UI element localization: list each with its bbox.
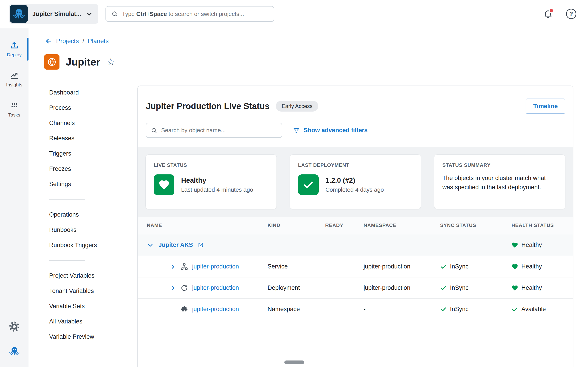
sync-label: InSync [450, 263, 469, 270]
objects-table: NAME KIND READY NAMESPACE SYNC STATUS HE… [138, 217, 573, 320]
card-label: LIVE STATUS [154, 162, 268, 168]
health-cell: Healthy [512, 284, 573, 291]
object-link[interactable]: jupiter-production [192, 306, 239, 313]
chevron-down-icon[interactable] [147, 242, 154, 249]
gear-icon [8, 321, 20, 333]
notifications-button[interactable] [543, 9, 553, 19]
health-cell: Healthy [512, 242, 573, 249]
object-link[interactable]: jupiter-production [192, 263, 239, 270]
filters-link-label: Show advanced filters [304, 127, 368, 134]
panel-header: Jupiter Production Live Status Early Acc… [138, 86, 573, 114]
page-title: Jupiter [66, 56, 100, 68]
horizontal-scrollbar-thumb[interactable] [284, 360, 304, 364]
filter-funnel-icon [293, 127, 300, 134]
breadcrumb-planets[interactable]: Planets [88, 37, 109, 45]
chevron-placeholder [169, 306, 176, 313]
nav-divider [49, 260, 85, 261]
sync-label: InSync [450, 284, 469, 291]
check-icon [440, 263, 447, 270]
live-status-subtext: Last updated 4 minutes ago [181, 186, 253, 193]
chevron-right-icon[interactable] [169, 263, 176, 270]
back-arrow-icon[interactable] [45, 37, 52, 45]
table-row-cluster-group[interactable]: Jupiter AKS Healthy [138, 234, 573, 256]
octopus-avatar[interactable] [8, 345, 20, 357]
topbar: Jupiter Simulat... Type Ctrl+Space to se… [0, 0, 588, 28]
nav-item-freezes[interactable]: Freezes [49, 161, 119, 176]
summary-cards: LIVE STATUS Healthy Last updated 4 minut… [138, 147, 573, 217]
health-label: Healthy [521, 263, 542, 270]
status-summary-text: The objects in your cluster match what w… [442, 174, 557, 192]
nav-item-channels[interactable]: Channels [49, 115, 119, 131]
rail-item-deploy[interactable]: Deploy [0, 37, 28, 61]
search-icon [111, 10, 118, 17]
rail-item-tasks[interactable]: Tasks [0, 97, 28, 122]
breadcrumb-projects[interactable]: Projects [56, 37, 79, 45]
panel-title: Jupiter Production Live Status [146, 101, 270, 112]
nav-item-variable-sets[interactable]: Variable Sets [49, 299, 119, 314]
heart-icon [512, 285, 518, 291]
global-search[interactable]: Type Ctrl+Space to search or switch proj… [106, 6, 274, 22]
col-sync-status: SYNC STATUS [440, 222, 512, 228]
namespace-cell: jupiter-production [364, 263, 440, 270]
deployment-icon [181, 284, 188, 292]
nav-item-runbooks[interactable]: Runbooks [49, 222, 119, 237]
card-label: LAST DEPLOYMENT [298, 162, 413, 168]
table-row-service[interactable]: jupiter-production Service jupiter-produ… [138, 256, 573, 277]
external-link-icon[interactable] [198, 242, 204, 248]
rail-item-insights[interactable]: Insights [0, 67, 28, 92]
rail-label-tasks: Tasks [8, 112, 20, 118]
table-row-deployment[interactable]: jupiter-production Deployment jupiter-pr… [138, 277, 573, 298]
last-deployment-value: 1.2.0 (#2) [325, 176, 384, 184]
sync-cell: InSync [440, 306, 512, 313]
nav-item-operations[interactable]: Operations [49, 207, 119, 222]
insights-icon [10, 71, 19, 80]
nav-item-tenant-variables[interactable]: Tenant Variables [49, 283, 119, 299]
object-search-input[interactable] [161, 127, 277, 134]
breadcrumb-separator: / [82, 37, 84, 45]
table-row-namespace[interactable]: jupiter-production Namespace - InSync Av… [138, 298, 573, 320]
topbar-actions: ? [543, 9, 576, 19]
project-title-row: Jupiter ☆ [44, 54, 115, 70]
success-check-icon [298, 175, 319, 195]
nav-item-project-variables[interactable]: Project Variables [49, 268, 119, 283]
octopus-app: Jupiter Simulat... Type Ctrl+Space to se… [0, 0, 588, 367]
settings-gear-button[interactable] [8, 321, 20, 333]
rail-bottom [8, 321, 20, 367]
health-label: Available [521, 306, 546, 313]
nav-item-dashboard[interactable]: Dashboard [49, 85, 119, 100]
health-cell: Healthy [512, 263, 573, 270]
health-cell: Available [512, 306, 573, 313]
live-status-value: Healthy [181, 176, 253, 184]
nav-item-settings[interactable]: Settings [49, 176, 119, 192]
chevron-right-icon[interactable] [169, 284, 176, 292]
object-search[interactable] [146, 123, 282, 138]
nav-item-variable-preview[interactable]: Variable Preview [49, 329, 119, 344]
nav-item-triggers[interactable]: Triggers [49, 146, 119, 161]
live-status-panel: Jupiter Production Live Status Early Acc… [137, 85, 573, 367]
health-label: Healthy [521, 242, 542, 249]
show-advanced-filters-link[interactable]: Show advanced filters [293, 127, 368, 134]
notification-dot [549, 8, 554, 13]
cluster-link[interactable]: Jupiter AKS [158, 242, 193, 249]
kind-cell: Service [267, 263, 325, 270]
timeline-button[interactable]: Timeline [526, 99, 565, 114]
nav-item-process[interactable]: Process [49, 100, 119, 115]
project-switcher-label: Jupiter Simulat... [32, 10, 81, 17]
octopus-logo [10, 5, 28, 23]
help-button[interactable]: ? [566, 9, 576, 19]
breadcrumb: Projects / Planets [45, 37, 109, 45]
check-icon [512, 306, 518, 313]
namespace-cell: jupiter-production [364, 284, 440, 291]
service-icon [181, 263, 188, 270]
table-header: NAME KIND READY NAMESPACE SYNC STATUS HE… [138, 217, 573, 234]
nav-item-all-variables[interactable]: All Variables [49, 314, 119, 329]
object-link[interactable]: jupiter-production [192, 284, 239, 291]
project-globe-icon [44, 54, 59, 70]
heart-icon [512, 242, 518, 249]
col-health-status: HEALTH STATUS [512, 222, 573, 228]
favorite-star-icon[interactable]: ☆ [106, 57, 115, 67]
nav-item-releases[interactable]: Releases [49, 131, 119, 146]
nav-item-runbook-triggers[interactable]: Runbook Triggers [49, 237, 119, 253]
project-switcher[interactable]: Jupiter Simulat... [9, 4, 98, 24]
kind-cell: Deployment [267, 284, 325, 291]
